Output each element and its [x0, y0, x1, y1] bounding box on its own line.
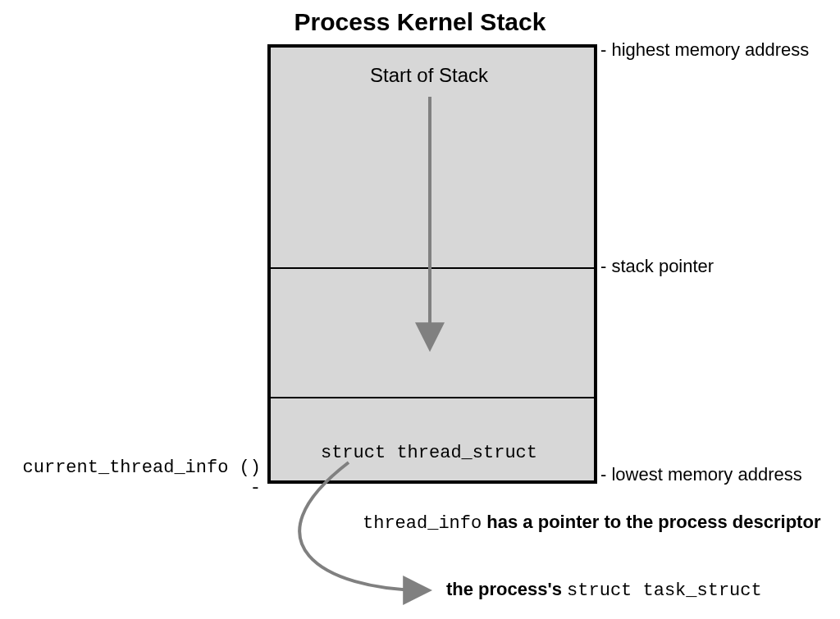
arrows-svg — [0, 0, 840, 619]
arrow-curve-icon — [299, 462, 427, 590]
